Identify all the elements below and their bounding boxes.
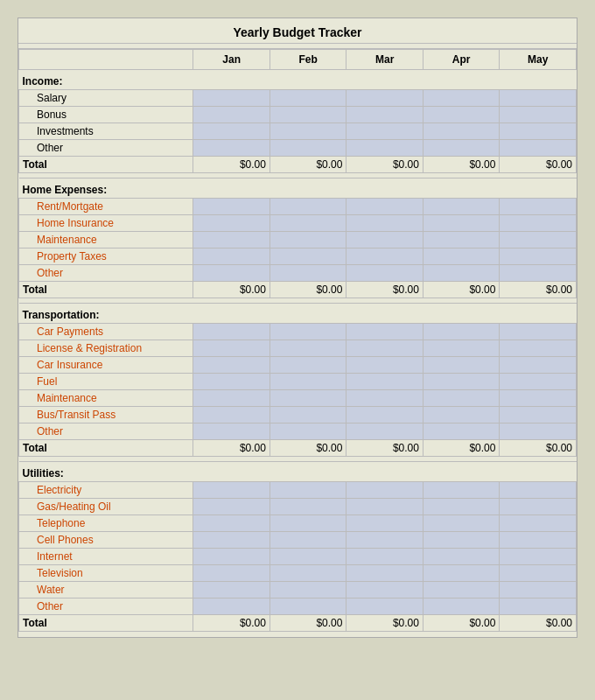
data-cell-transportation-1-4[interactable] bbox=[500, 340, 577, 357]
data-cell-home-1-0[interactable] bbox=[193, 215, 270, 232]
data-cell-utilities-4-2[interactable] bbox=[346, 549, 424, 565]
data-cell-income-1-1[interactable] bbox=[270, 107, 346, 123]
data-cell-transportation-2-2[interactable] bbox=[346, 357, 424, 374]
data-cell-utilities-2-3[interactable] bbox=[423, 515, 500, 532]
data-cell-utilities-4-3[interactable] bbox=[423, 549, 500, 565]
data-cell-home-1-2[interactable] bbox=[346, 215, 424, 232]
data-cell-home-0-3[interactable] bbox=[423, 199, 500, 215]
data-cell-transportation-0-3[interactable] bbox=[423, 324, 500, 340]
data-cell-utilities-6-3[interactable] bbox=[423, 582, 500, 598]
data-cell-transportation-3-1[interactable] bbox=[270, 374, 346, 390]
data-cell-income-3-0[interactable] bbox=[193, 140, 270, 157]
data-cell-income-1-4[interactable] bbox=[500, 107, 577, 123]
data-cell-utilities-1-4[interactable] bbox=[500, 499, 577, 515]
data-cell-transportation-0-1[interactable] bbox=[270, 324, 346, 340]
data-cell-home-0-1[interactable] bbox=[270, 199, 346, 215]
data-cell-transportation-6-3[interactable] bbox=[423, 424, 500, 440]
data-cell-income-2-2[interactable] bbox=[346, 123, 424, 140]
data-cell-transportation-5-1[interactable] bbox=[270, 407, 346, 424]
data-cell-home-4-4[interactable] bbox=[500, 265, 577, 282]
data-cell-utilities-2-2[interactable] bbox=[346, 515, 424, 532]
data-cell-transportation-3-2[interactable] bbox=[346, 374, 424, 390]
data-cell-utilities-2-1[interactable] bbox=[270, 515, 346, 532]
data-cell-utilities-5-1[interactable] bbox=[270, 565, 346, 582]
data-cell-utilities-7-3[interactable] bbox=[423, 598, 500, 615]
data-cell-utilities-3-3[interactable] bbox=[423, 532, 500, 549]
data-cell-transportation-6-0[interactable] bbox=[193, 424, 270, 440]
data-cell-transportation-6-1[interactable] bbox=[270, 424, 346, 440]
data-cell-home-3-3[interactable] bbox=[423, 248, 500, 265]
data-cell-income-1-3[interactable] bbox=[423, 107, 500, 123]
data-cell-transportation-4-3[interactable] bbox=[423, 390, 500, 407]
data-cell-utilities-0-3[interactable] bbox=[423, 482, 500, 499]
data-cell-transportation-5-4[interactable] bbox=[500, 407, 577, 424]
data-cell-income-2-1[interactable] bbox=[270, 123, 346, 140]
data-cell-income-2-0[interactable] bbox=[193, 123, 270, 140]
data-cell-utilities-1-1[interactable] bbox=[270, 499, 346, 515]
data-cell-utilities-5-2[interactable] bbox=[346, 565, 424, 582]
data-cell-utilities-3-2[interactable] bbox=[346, 532, 424, 549]
data-cell-transportation-1-2[interactable] bbox=[346, 340, 424, 357]
data-cell-transportation-2-4[interactable] bbox=[500, 357, 577, 374]
data-cell-income-0-0[interactable] bbox=[193, 90, 270, 107]
data-cell-transportation-0-4[interactable] bbox=[500, 324, 577, 340]
data-cell-transportation-4-0[interactable] bbox=[193, 390, 270, 407]
data-cell-transportation-5-3[interactable] bbox=[423, 407, 500, 424]
data-cell-utilities-3-1[interactable] bbox=[270, 532, 346, 549]
data-cell-income-2-3[interactable] bbox=[423, 123, 500, 140]
data-cell-utilities-0-4[interactable] bbox=[500, 482, 577, 499]
data-cell-income-1-2[interactable] bbox=[346, 107, 424, 123]
data-cell-home-1-4[interactable] bbox=[500, 215, 577, 232]
data-cell-income-3-4[interactable] bbox=[500, 140, 577, 157]
data-cell-utilities-4-1[interactable] bbox=[270, 549, 346, 565]
data-cell-utilities-2-0[interactable] bbox=[193, 515, 270, 532]
data-cell-utilities-2-4[interactable] bbox=[500, 515, 577, 532]
data-cell-utilities-6-4[interactable] bbox=[500, 582, 577, 598]
data-cell-utilities-6-1[interactable] bbox=[270, 582, 346, 598]
data-cell-home-3-4[interactable] bbox=[500, 248, 577, 265]
data-cell-transportation-1-1[interactable] bbox=[270, 340, 346, 357]
data-cell-utilities-7-4[interactable] bbox=[500, 598, 577, 615]
data-cell-home-3-1[interactable] bbox=[270, 248, 346, 265]
data-cell-home-0-0[interactable] bbox=[193, 199, 270, 215]
data-cell-home-2-2[interactable] bbox=[346, 232, 424, 248]
data-cell-home-4-2[interactable] bbox=[346, 265, 424, 282]
data-cell-utilities-5-3[interactable] bbox=[423, 565, 500, 582]
data-cell-home-2-1[interactable] bbox=[270, 232, 346, 248]
data-cell-transportation-6-2[interactable] bbox=[346, 424, 424, 440]
data-cell-income-0-1[interactable] bbox=[270, 90, 346, 107]
data-cell-utilities-7-1[interactable] bbox=[270, 598, 346, 615]
data-cell-income-3-2[interactable] bbox=[346, 140, 424, 157]
data-cell-home-4-1[interactable] bbox=[270, 265, 346, 282]
data-cell-transportation-4-2[interactable] bbox=[346, 390, 424, 407]
data-cell-utilities-0-1[interactable] bbox=[270, 482, 346, 499]
data-cell-transportation-1-0[interactable] bbox=[193, 340, 270, 357]
data-cell-income-1-0[interactable] bbox=[193, 107, 270, 123]
data-cell-transportation-4-4[interactable] bbox=[500, 390, 577, 407]
data-cell-utilities-4-0[interactable] bbox=[193, 549, 270, 565]
data-cell-transportation-1-3[interactable] bbox=[423, 340, 500, 357]
data-cell-income-3-3[interactable] bbox=[423, 140, 500, 157]
data-cell-transportation-2-0[interactable] bbox=[193, 357, 270, 374]
data-cell-home-2-3[interactable] bbox=[423, 232, 500, 248]
data-cell-transportation-3-3[interactable] bbox=[423, 374, 500, 390]
data-cell-transportation-2-3[interactable] bbox=[423, 357, 500, 374]
data-cell-transportation-4-1[interactable] bbox=[270, 390, 346, 407]
data-cell-transportation-0-0[interactable] bbox=[193, 324, 270, 340]
data-cell-utilities-7-2[interactable] bbox=[346, 598, 424, 615]
data-cell-income-2-4[interactable] bbox=[500, 123, 577, 140]
data-cell-utilities-5-4[interactable] bbox=[500, 565, 577, 582]
data-cell-home-2-4[interactable] bbox=[500, 232, 577, 248]
data-cell-home-1-1[interactable] bbox=[270, 215, 346, 232]
data-cell-home-0-4[interactable] bbox=[500, 199, 577, 215]
data-cell-utilities-1-3[interactable] bbox=[423, 499, 500, 515]
data-cell-utilities-0-0[interactable] bbox=[193, 482, 270, 499]
data-cell-transportation-6-4[interactable] bbox=[500, 424, 577, 440]
data-cell-utilities-1-2[interactable] bbox=[346, 499, 424, 515]
data-cell-transportation-5-0[interactable] bbox=[193, 407, 270, 424]
data-cell-income-0-2[interactable] bbox=[346, 90, 424, 107]
data-cell-home-3-0[interactable] bbox=[193, 248, 270, 265]
data-cell-home-4-3[interactable] bbox=[423, 265, 500, 282]
data-cell-transportation-3-4[interactable] bbox=[500, 374, 577, 390]
data-cell-home-1-3[interactable] bbox=[423, 215, 500, 232]
